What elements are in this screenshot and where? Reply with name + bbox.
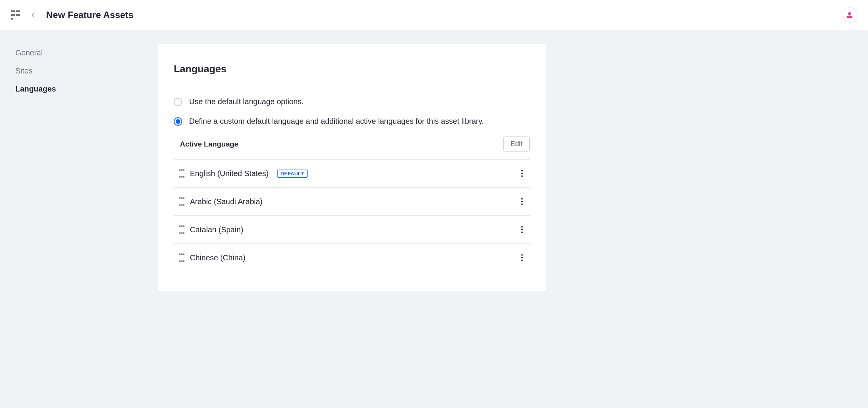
kebab-menu-icon[interactable]	[517, 225, 527, 234]
language-name: Chinese (China)	[190, 253, 246, 262]
panel-heading: Languages	[174, 63, 530, 75]
language-name: Catalan (Spain)	[190, 225, 243, 234]
kebab-menu-icon[interactable]	[517, 253, 527, 262]
kebab-menu-icon[interactable]	[517, 169, 527, 178]
topbar: New Feature Assets	[0, 0, 868, 30]
drag-handle-icon[interactable]	[179, 169, 185, 178]
topbar-left: New Feature Assets	[11, 10, 133, 20]
page-title: New Feature Assets	[46, 10, 133, 20]
user-avatar[interactable]	[842, 7, 857, 23]
option-use-default[interactable]: Use the default language options.	[174, 97, 530, 106]
sidebar-item-general[interactable]: General	[15, 44, 142, 62]
radio-icon	[174, 117, 182, 126]
radio-icon	[174, 98, 182, 106]
sidebar-item-sites[interactable]: Sites	[15, 62, 142, 80]
language-name: Arabic (Saudi Arabia)	[190, 197, 263, 206]
language-row: English (United States) DEFAULT	[174, 160, 530, 188]
apps-grid-icon[interactable]	[11, 10, 20, 20]
option-custom[interactable]: Define a custom default language and add…	[174, 117, 530, 126]
language-name: English (United States)	[190, 169, 269, 178]
active-language-title: Active Language	[180, 140, 238, 148]
active-language-header: Active Language Edit	[174, 137, 530, 160]
drag-handle-icon[interactable]	[179, 253, 185, 262]
kebab-menu-icon[interactable]	[517, 197, 527, 206]
sidebar: General Sites Languages	[0, 30, 158, 291]
option-custom-label: Define a custom default language and add…	[189, 117, 484, 126]
language-row: Chinese (China)	[174, 244, 530, 271]
language-row: Arabic (Saudi Arabia)	[174, 188, 530, 216]
language-row: Catalan (Spain)	[174, 216, 530, 244]
sidebar-item-languages[interactable]: Languages	[15, 80, 142, 98]
drag-handle-icon[interactable]	[179, 197, 185, 206]
back-icon[interactable]	[28, 10, 38, 20]
edit-button[interactable]: Edit	[503, 137, 530, 152]
default-badge: DEFAULT	[277, 170, 308, 178]
drag-handle-icon[interactable]	[179, 225, 185, 234]
option-use-default-label: Use the default language options.	[189, 97, 304, 106]
languages-panel: Languages Use the default language optio…	[158, 44, 546, 291]
